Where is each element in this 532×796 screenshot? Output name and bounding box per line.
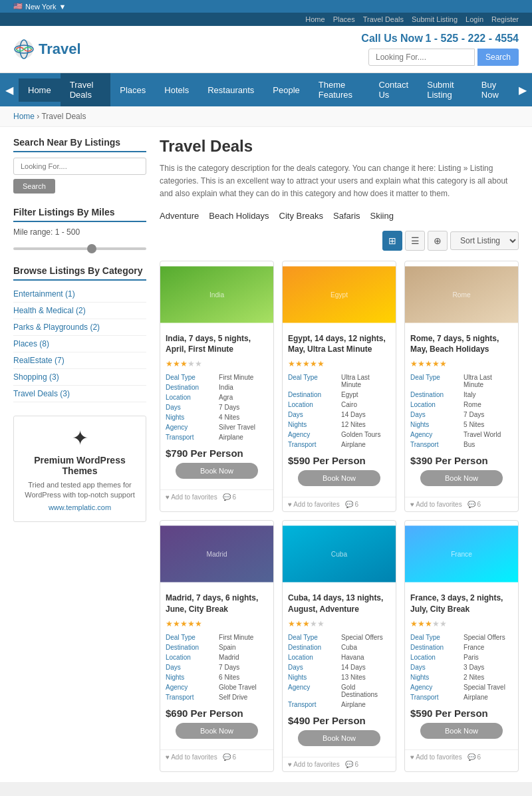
nav-submit-listing[interactable]: Submit Listing — [418, 73, 472, 106]
premium-url[interactable]: www.templatic.com — [24, 503, 136, 511]
category-list: Entertainment (1) Health & Medical (2) P… — [13, 286, 146, 402]
list-item: Travel Deals (3) — [13, 386, 146, 402]
deal-field-label: Agency — [288, 682, 341, 700]
sidebar-filter-section: Filter Listings By Miles Mile range: 1 -… — [13, 207, 146, 252]
nav-travel-deals[interactable]: Travel Deals — [61, 73, 111, 106]
favorites-link[interactable]: ♥ Add to favorites — [166, 753, 217, 761]
deal-image: Rome — [405, 261, 518, 328]
location-text[interactable]: New York — [25, 3, 56, 11]
category-health[interactable]: Health & Medical (2) — [13, 306, 86, 315]
deal-field-value: 2 Nites — [464, 672, 513, 682]
list-item: Entertainment (1) — [13, 286, 146, 303]
category-places[interactable]: Places (8) — [13, 339, 49, 348]
tag-beach-holidays[interactable]: Beach Holidays — [209, 211, 269, 221]
book-now-button[interactable]: Book Now — [420, 470, 502, 486]
phone-number: Call Us Now 1 - 525 - 222 - 4554 — [361, 33, 519, 45]
deal-field-label: Days — [410, 410, 464, 420]
header-search-input[interactable] — [368, 49, 475, 66]
topbar-travel-deals[interactable]: Travel Deals — [363, 15, 404, 23]
tag-skiing[interactable]: Skiing — [370, 211, 394, 221]
deal-price: $590 Per Person — [288, 455, 390, 466]
mile-range-slider[interactable] — [13, 247, 146, 250]
nav-theme-features[interactable]: Theme Features — [309, 73, 370, 106]
favorites-link[interactable]: ♥ Add to favorites — [288, 501, 340, 508]
deal-field-label: Destination — [166, 382, 219, 392]
topbar-login[interactable]: Login — [466, 15, 483, 23]
deal-field-value: Spain — [219, 642, 268, 652]
deal-field-label: Deal Type — [288, 372, 341, 390]
svg-text:Madrid: Madrid — [206, 551, 227, 558]
book-now-button[interactable]: Book Now — [420, 723, 502, 739]
deal-image: India — [160, 261, 273, 328]
nav-prev-arrow[interactable]: ◀ — [0, 77, 19, 103]
map-view-button[interactable]: ⊕ — [428, 231, 448, 251]
deal-field-label: Destination — [288, 390, 341, 400]
tag-adventure[interactable]: Adventure — [160, 211, 199, 221]
book-now-button[interactable]: Book Now — [298, 730, 380, 746]
list-view-button[interactable]: ☰ — [405, 231, 425, 251]
nav-home[interactable]: Home — [19, 78, 61, 102]
sort-select[interactable]: Sort Listing — [450, 231, 519, 250]
book-now-button[interactable]: Book Now — [298, 470, 380, 486]
list-item: Parks & Playgrounds (2) — [13, 319, 146, 336]
sidebar-search-button[interactable]: Search — [13, 179, 55, 194]
list-item: Places (8) — [13, 336, 146, 352]
deal-field-value: First Minute — [219, 372, 268, 382]
category-travel-deals[interactable]: Travel Deals (3) — [13, 389, 70, 398]
book-now-button[interactable]: Book Now — [176, 723, 257, 739]
nav-hotels[interactable]: Hotels — [155, 78, 198, 102]
deal-body: Cuba, 14 days, 13 nights, August, Advent… — [283, 587, 396, 757]
nav-contact[interactable]: Contact Us — [369, 73, 418, 106]
logo[interactable]: Travel — [13, 39, 81, 60]
category-realestate[interactable]: RealEstate (7) — [13, 356, 65, 365]
category-shopping[interactable]: Shopping (3) — [13, 372, 59, 382]
tag-city-breaks[interactable]: City Breaks — [279, 211, 323, 221]
deal-field-value: Havana — [341, 652, 390, 662]
premium-desc: Tried and tested app themes for WordPres… — [24, 480, 136, 501]
favorites-link[interactable]: ♥ Add to favorites — [288, 761, 340, 768]
category-entertainment[interactable]: Entertainment (1) — [13, 289, 75, 299]
sidebar-search-input[interactable] — [13, 158, 146, 175]
deal-footer: ♥ Add to favorites 💬 6 — [283, 757, 396, 771]
favorites-link[interactable]: ♥ Add to favorites — [410, 753, 462, 761]
deal-image: France — [405, 521, 518, 587]
favorites-link[interactable]: ♥ Add to favorites — [166, 493, 217, 501]
call-label: Call Us Now — [361, 33, 422, 44]
deal-footer: ♥ Add to favorites 💬 6 — [405, 749, 518, 764]
category-parks[interactable]: Parks & Playgrounds (2) — [13, 323, 100, 332]
nav-buy-now[interactable]: Buy Now — [472, 73, 513, 106]
topbar-submit-listing[interactable]: Submit Listing — [412, 15, 458, 23]
grid-view-button[interactable]: ⊞ — [382, 231, 402, 251]
svg-text:India: India — [209, 291, 224, 299]
deal-field-label: Transport — [410, 440, 464, 450]
comments-count: 💬 6 — [345, 501, 358, 508]
deal-price: $790 Per Person — [166, 448, 268, 459]
nav-restaurants[interactable]: Restaurants — [198, 78, 263, 102]
deal-field-value: 6 Nites — [219, 672, 268, 682]
topbar-home[interactable]: Home — [305, 15, 325, 23]
deal-title: Egypt, 14 days, 12 nights, May, Ultra La… — [288, 333, 390, 356]
list-item: RealEstate (7) — [13, 352, 146, 369]
deal-image: Cuba — [283, 521, 396, 587]
deal-field-value: Airplane — [341, 440, 390, 450]
deal-stars: ★★★★★ — [288, 619, 390, 628]
tag-safaris[interactable]: Safaris — [333, 211, 360, 221]
header-search-button[interactable]: Search — [477, 49, 519, 66]
main-nav: ◀ Home Travel Deals Places Hotels Restau… — [0, 73, 532, 106]
nav-places[interactable]: Places — [110, 78, 155, 102]
deal-footer: ♥ Add to favorites 💬 6 — [405, 497, 518, 511]
topbar-register[interactable]: Register — [491, 15, 519, 23]
nav-next-arrow[interactable]: ▶ — [513, 77, 532, 103]
deal-stars: ★★★★★ — [410, 619, 513, 628]
mile-range-label: Mile range: 1 - 500 — [13, 227, 146, 237]
nav-people[interactable]: People — [263, 78, 309, 102]
favorites-link[interactable]: ♥ Add to favorites — [410, 501, 462, 508]
deal-price: $490 Per Person — [288, 715, 390, 726]
book-now-button[interactable]: Book Now — [176, 463, 257, 479]
comments-count: 💬 6 — [223, 753, 236, 761]
deal-footer: ♥ Add to favorites 💬 6 — [160, 489, 273, 504]
breadcrumb-home[interactable]: Home — [13, 112, 35, 121]
topbar-places[interactable]: Places — [333, 15, 355, 23]
dropdown-icon[interactable]: ▼ — [59, 3, 66, 11]
deal-body: France, 3 days, 2 nights, July, City Bre… — [405, 587, 518, 749]
